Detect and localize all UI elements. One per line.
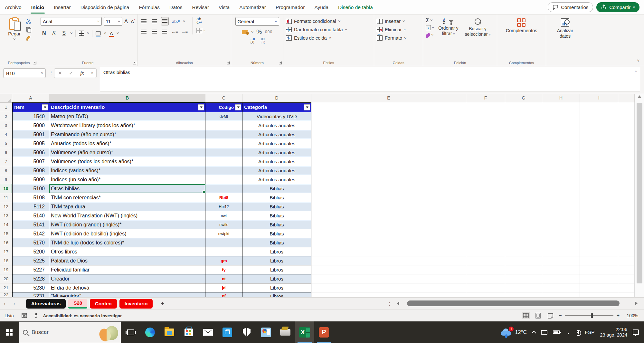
empty-cell[interactable] [618, 229, 635, 238]
zoom-slider[interactable]: − + [559, 313, 620, 319]
orientation-button[interactable]: ab↗ [172, 19, 180, 24]
sheet-tab-abreviaturas[interactable]: Abreviaturas [26, 299, 66, 309]
empty-cell[interactable] [311, 292, 466, 297]
empty-cell[interactable] [311, 256, 466, 265]
empty-cell[interactable] [542, 211, 580, 220]
empty-cell[interactable] [618, 283, 635, 292]
empty-cell[interactable] [542, 157, 580, 166]
row-header-19[interactable]: 19 [0, 265, 12, 274]
ribbon-tab-disposici-n-de-p-gina[interactable]: Disposición de página [76, 0, 134, 14]
row-header-2[interactable]: 2 [0, 112, 12, 121]
wifi-icon[interactable] [565, 330, 571, 335]
accessibility-icon[interactable] [33, 313, 39, 319]
empty-cell[interactable] [311, 283, 466, 292]
empty-cell[interactable] [542, 112, 580, 121]
vertical-scroll-thumb[interactable] [637, 103, 642, 283]
row-header-5[interactable]: 5 [0, 139, 12, 148]
empty-cell[interactable] [542, 148, 580, 157]
row-header-12[interactable]: 12 [0, 202, 12, 211]
cell-categoria[interactable]: Libros [242, 283, 311, 292]
defender-app[interactable] [237, 321, 256, 343]
cell-descripcion[interactable]: "Mi seguidor" [49, 292, 205, 297]
cell-codigo[interactable]: nwtpkt [205, 229, 242, 238]
cell-item[interactable]: 5001 [12, 130, 49, 139]
empty-cell[interactable] [618, 148, 635, 157]
column-header-d[interactable]: D [242, 94, 311, 103]
cell-categoria[interactable]: Artículos anuales [242, 130, 311, 139]
cell-item[interactable]: 5100 [12, 184, 49, 193]
decrease-decimal-button[interactable]: .00→.0 [260, 38, 265, 44]
battery-icon[interactable] [553, 330, 560, 334]
sheet-tab-s28[interactable]: S28 [68, 299, 87, 309]
horizontal-scroll-track[interactable] [401, 300, 633, 307]
cell-descripcion[interactable]: Examinando (año en curso)* [49, 130, 205, 139]
analyze-data-button[interactable]: Analizardatos [555, 17, 575, 40]
cut-button[interactable] [26, 18, 32, 24]
zoom-percentage[interactable]: 100% [624, 313, 638, 318]
empty-cell[interactable] [542, 175, 580, 184]
cell-item[interactable]: 5170 [12, 238, 49, 247]
empty-cell[interactable] [542, 193, 580, 202]
empty-cell[interactable] [466, 139, 505, 148]
store-app[interactable] [179, 321, 198, 343]
zoom-track[interactable] [565, 315, 613, 316]
empty-cell[interactable] [618, 157, 635, 166]
empty-cell[interactable] [466, 102, 505, 112]
empty-cell[interactable] [580, 229, 618, 238]
empty-cell[interactable] [505, 238, 542, 247]
empty-cell[interactable] [618, 175, 635, 184]
cell-item[interactable]: 5200 [12, 247, 49, 256]
empty-cell[interactable] [505, 157, 542, 166]
align-top-button[interactable] [140, 18, 147, 24]
filter-button[interactable] [42, 104, 48, 110]
empty-cell[interactable] [580, 175, 618, 184]
merge-center-button[interactable]: ˅ [196, 28, 205, 33]
horizontal-scrollbar[interactable] [397, 300, 638, 307]
row-header-15[interactable]: 15 [0, 229, 12, 238]
empty-cell[interactable] [618, 193, 635, 202]
borders-button[interactable] [79, 31, 84, 36]
add-sheet-button[interactable]: + [160, 300, 164, 308]
empty-cell[interactable] [466, 274, 505, 283]
empty-cell[interactable] [466, 148, 505, 157]
cell-codigo[interactable] [205, 139, 242, 148]
filter-button[interactable] [198, 104, 204, 110]
empty-cell[interactable] [311, 130, 466, 139]
empty-cell[interactable] [580, 102, 618, 112]
excel-app[interactable]: X [295, 321, 314, 343]
ribbon-tab-f-rmulas[interactable]: Fórmulas [134, 0, 165, 14]
cell-item[interactable]: 5231 [12, 292, 49, 297]
cell-categoria[interactable]: Artículos anuales [242, 139, 311, 148]
column-header-c[interactable]: C [205, 94, 242, 103]
empty-cell[interactable] [618, 112, 635, 121]
cell-codigo[interactable]: dvMt [205, 112, 242, 121]
align-left-button[interactable] [140, 29, 147, 34]
increase-decimal-button[interactable]: ←.0.00 [249, 38, 255, 44]
empty-cell[interactable] [505, 130, 542, 139]
cell-descripcion[interactable]: TNM con referencias* [49, 193, 205, 202]
zoom-thumb[interactable] [591, 313, 593, 318]
clear-button[interactable]: ˅ [426, 33, 434, 37]
addins-button[interactable]: Complementos [504, 17, 539, 34]
empty-cell[interactable] [466, 157, 505, 166]
row-header-13[interactable]: 13 [0, 211, 12, 220]
empty-cell[interactable] [618, 139, 635, 148]
thousands-format-button[interactable]: 000 [265, 30, 272, 34]
cell-codigo[interactable] [205, 247, 242, 256]
format-as-table-button[interactable]: ✎ Dar formato como tabla ˅ [286, 25, 347, 34]
cell-descripcion[interactable]: Creador [49, 274, 205, 283]
cell-descripcion[interactable]: Índices (varios años)* [49, 166, 205, 175]
language-indicator[interactable]: ESP [585, 329, 594, 335]
empty-cell[interactable] [466, 112, 505, 121]
empty-cell[interactable] [542, 121, 580, 130]
empty-cell[interactable] [618, 166, 635, 175]
empty-cell[interactable] [466, 211, 505, 220]
italic-button[interactable]: K [51, 30, 58, 37]
column-header-h[interactable]: H [542, 94, 580, 103]
insert-cells-button[interactable]: ← Insertar ˅ [377, 17, 404, 25]
empty-cell[interactable] [618, 238, 635, 247]
comments-button[interactable]: Comentarios [548, 2, 593, 12]
clock[interactable]: 22:06 23 ago. 2024 [600, 327, 627, 338]
collapse-ribbon-button[interactable]: ˅ [637, 58, 639, 63]
empty-cell[interactable] [311, 238, 466, 247]
